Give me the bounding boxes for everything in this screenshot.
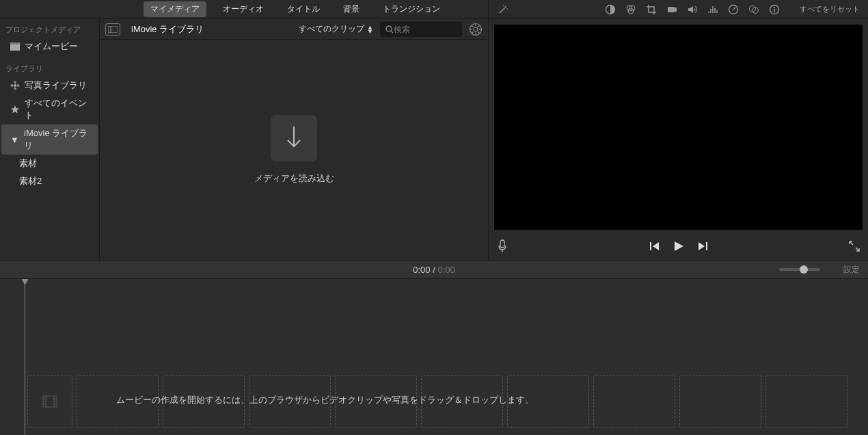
svg-point-29 [503,5,504,6]
svg-point-27 [505,6,506,8]
star-icon [10,105,21,114]
clip-filter-dropdown[interactable]: すべてのクリップ ▲▼ [299,23,373,35]
tab-my-media[interactable]: マイメディア [144,1,206,17]
reset-all-button[interactable]: すべてをリセット [800,4,860,14]
info-icon[interactable] [768,3,781,16]
fullscreen-button[interactable] [849,241,860,252]
disclosure-triangle-icon[interactable]: ▼ [10,135,20,145]
svg-line-43 [733,8,735,10]
next-frame-button[interactable] [697,241,708,251]
svg-line-22 [478,31,480,33]
play-button[interactable] [673,240,685,252]
svg-line-21 [472,25,474,27]
volume-icon[interactable] [686,3,699,16]
svg-point-47 [774,7,775,8]
svg-marker-52 [653,242,659,250]
media-tabs: マイメディア オーディオ タイトル 背景 トランジション [0,0,488,19]
sidebar-item-imovie-library[interactable]: ▼ iMovie ライブラリ [1,124,98,155]
speed-icon[interactable] [727,3,740,16]
svg-line-26 [500,8,505,13]
svg-marker-10 [11,105,19,114]
sidebar-item-sozai2[interactable]: 素材2 [0,172,99,190]
svg-point-8 [11,84,14,87]
search-input[interactable] [394,25,448,34]
svg-point-5 [14,84,16,87]
preview-viewer: すべてをリセット [488,0,868,260]
svg-line-23 [472,31,474,33]
svg-marker-53 [675,241,683,251]
color-correction-icon[interactable] [625,3,637,16]
filter-icon[interactable] [748,3,760,16]
import-media-button[interactable] [271,115,317,161]
browser-header: iMovie ライブラリ すべてのクリップ ▲▼ [100,19,488,40]
sidebar-item-label: 素材 [19,157,37,170]
clip-slot[interactable] [765,375,847,428]
filmstrip-icon [42,395,57,408]
media-browser: iMovie ライブラリ すべてのクリップ ▲▼ メディアを読み込む [100,19,488,260]
svg-rect-51 [650,242,651,250]
clapperboard-icon [10,42,21,51]
toggle-sidebar-button[interactable] [105,23,120,36]
crop-icon[interactable] [645,3,657,16]
svg-rect-55 [706,242,707,250]
sidebar-item-photo-library[interactable]: 写真ライブラリ [0,77,99,94]
playhead[interactable] [25,279,25,435]
download-arrow-icon [284,125,304,151]
search-field[interactable] [380,22,462,37]
svg-rect-0 [10,44,20,51]
sidebar-item-sozai1[interactable]: 素材 [0,155,99,172]
sidebar-item-all-events[interactable]: すべてのイベント [0,94,99,124]
browser-title: iMovie ライブラリ [131,23,204,36]
svg-marker-35 [675,7,677,12]
sidebar: プロジェクトメディア マイムービー ライブラリ 写真ライブラリ すべてのイベント… [0,0,100,260]
filter-label: すべてのクリップ [299,23,364,35]
import-label: メディアを読み込む [254,172,334,185]
svg-line-57 [856,248,858,250]
time-sep: / [431,265,438,275]
sidebar-item-my-movie[interactable]: マイムービー [0,38,99,55]
svg-line-24 [478,25,480,27]
timeline-settings-button[interactable]: 設定 [843,264,860,276]
clip-slot[interactable] [593,375,675,428]
preview-canvas [494,25,863,230]
prev-frame-button[interactable] [649,241,660,251]
svg-rect-11 [108,26,118,33]
noise-reduction-icon[interactable] [707,3,719,16]
browser-drop-area[interactable]: メディアを読み込む [100,40,488,260]
magic-wand-icon[interactable] [497,3,509,16]
timeline-hint: ムービーの作成を開始するには、上のブラウザからビデオクリップや写真をドラッグ＆ド… [116,394,534,406]
sidebar-item-label: マイムービー [25,40,78,53]
clip-slot[interactable] [27,375,72,428]
timeline[interactable]: ムービーの作成を開始するには、上のブラウザからビデオクリップや写真をドラッグ＆ド… [0,279,868,435]
zoom-slider-handle[interactable] [800,265,808,274]
total-duration: 0:00 [437,265,455,275]
svg-point-6 [14,81,16,84]
color-balance-icon[interactable] [604,3,616,16]
svg-rect-49 [500,240,504,248]
svg-line-14 [391,31,393,33]
sidebar-item-label: 写真ライブラリ [25,79,87,92]
sidebar-item-label: すべてのイベント [25,97,94,122]
tab-backgrounds[interactable]: 背景 [336,1,366,17]
svg-point-16 [474,27,478,31]
sidebar-header-project: プロジェクトメディア [0,19,99,38]
svg-point-28 [506,8,508,10]
svg-marker-36 [688,6,693,13]
stabilization-icon[interactable] [666,3,678,16]
search-icon [385,25,394,34]
svg-line-56 [850,242,853,245]
sidebar-item-label: 素材2 [19,175,42,187]
playback-controls [489,233,868,260]
flower-icon [10,81,21,90]
clip-slot[interactable] [679,375,761,428]
svg-marker-54 [699,242,705,250]
browser-settings-button[interactable] [469,23,483,36]
svg-point-13 [386,26,392,31]
voiceover-button[interactable] [497,239,508,253]
current-time: 0:00 [413,265,430,275]
tab-audio[interactable]: オーディオ [216,1,271,17]
tab-transitions[interactable]: トランジション [376,1,447,17]
updown-icon: ▲▼ [367,25,373,34]
tab-titles[interactable]: タイトル [280,1,327,17]
timeline-status-bar: 0:00 / 0:00 設定 [0,260,868,279]
